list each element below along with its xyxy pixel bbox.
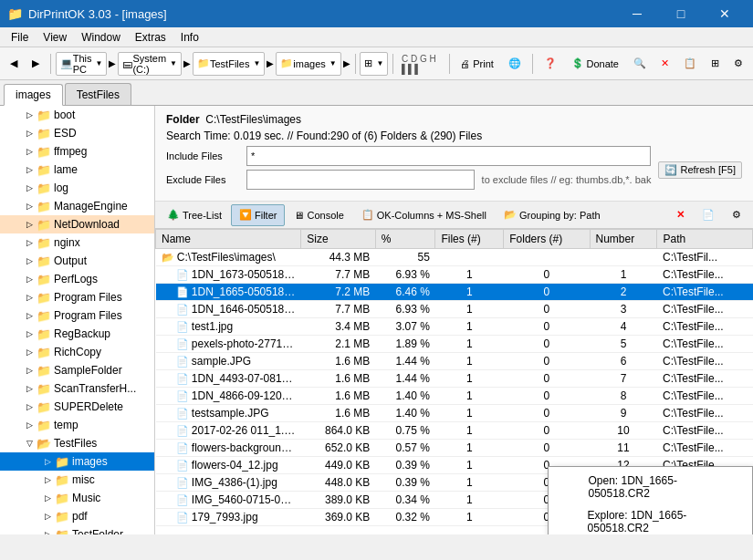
tree-item-programfiles2[interactable]: ▷ 📁 Program Files bbox=[0, 306, 154, 325]
refresh-button[interactable]: 🔄 Refresh [F5] bbox=[658, 161, 742, 179]
tree-item-testfolder[interactable]: ▷ 📁 TestFolder bbox=[0, 525, 154, 534]
expand-icon[interactable]: ▷ bbox=[22, 162, 37, 177]
expand-icon[interactable]: ▷ bbox=[22, 126, 37, 140]
table-row[interactable]: 📄 1DN_1673-050518.CR27.7 MB6.93 %101C:\T… bbox=[156, 266, 753, 284]
tree-item-music[interactable]: ▷ 📁 Music bbox=[0, 489, 154, 507]
table-row[interactable]: 📄 testsample.JPG1.6 MB1.40 %109C:\TestFi… bbox=[156, 405, 753, 422]
expand-icon[interactable]: ▷ bbox=[22, 181, 37, 195]
expand-icon[interactable]: ▷ bbox=[22, 217, 37, 232]
expand-icon[interactable]: ▷ bbox=[22, 290, 37, 305]
donate-button[interactable]: 💲 Donate bbox=[565, 51, 625, 77]
thispc-dropdown[interactable]: 💻 This PC ▼ bbox=[56, 52, 108, 76]
exclude-input[interactable] bbox=[246, 170, 475, 190]
tree-item-testfiles[interactable]: ▽ 📂 TestFiles bbox=[0, 434, 154, 452]
col-size[interactable]: Size bbox=[301, 230, 376, 249]
table-row[interactable]: 📄 sample.JPG1.6 MB1.44 %106C:\TestFile..… bbox=[156, 353, 753, 370]
col-number[interactable]: Number bbox=[590, 230, 657, 249]
tree-item-scantransfer[interactable]: ▷ 📁 ScanTransferH... bbox=[0, 379, 154, 398]
expand-icon[interactable]: ▷ bbox=[22, 327, 37, 341]
col-pct[interactable]: % bbox=[375, 230, 435, 249]
tree-item-richcopy[interactable]: ▷ 📁 RichCopy bbox=[0, 343, 154, 361]
menu-info[interactable]: Info bbox=[173, 29, 206, 46]
table-row[interactable]: 📄 1DN_4866-09-1206.JPG1.6 MB1.40 %108C:\… bbox=[156, 388, 753, 405]
settings-func-button[interactable]: ⚙ bbox=[724, 204, 749, 226]
ctx-explore[interactable]: Explore: 1DN_1665-050518.CR2 bbox=[549, 504, 752, 534]
expand-icon[interactable]: ▷ bbox=[22, 144, 37, 159]
expand-icon[interactable]: ▷ bbox=[22, 363, 37, 378]
grouping-button[interactable]: 📂 Grouping by: Path bbox=[496, 204, 609, 226]
delete-button[interactable]: ✕ bbox=[654, 51, 675, 77]
include-input[interactable] bbox=[246, 146, 651, 166]
tree-item-pdf[interactable]: ▷ 📁 pdf bbox=[0, 507, 154, 525]
copy-button[interactable]: 📋 bbox=[677, 51, 703, 77]
menu-extras[interactable]: Extras bbox=[128, 29, 173, 46]
console-button[interactable]: 🖥 Console bbox=[286, 204, 351, 226]
table-row[interactable]: 📄 flowers-background-butt...652.0 KB0.57… bbox=[156, 440, 753, 457]
expand-icon[interactable]: ▷ bbox=[22, 381, 37, 396]
tree-item-lame[interactable]: ▷ 📁 lame bbox=[0, 161, 154, 179]
minimize-button[interactable]: ─ bbox=[616, 0, 658, 27]
col-path[interactable]: Path bbox=[657, 230, 753, 249]
col-name[interactable]: Name bbox=[156, 230, 301, 249]
tree-item-temp[interactable]: ▷ 📁 temp bbox=[0, 416, 154, 434]
tree-item-misc[interactable]: ▷ 📁 misc bbox=[0, 471, 154, 489]
tree-item-samplefolder[interactable]: ▷ 📁 SampleFolder bbox=[0, 361, 154, 379]
expand-icon[interactable]: ▽ bbox=[22, 436, 37, 451]
tree-item-regbackup[interactable]: ▷ 📁 RegBackup bbox=[0, 325, 154, 343]
expand-icon[interactable]: ▷ bbox=[22, 254, 37, 268]
tree-item-output[interactable]: ▷ 📁 Output bbox=[0, 252, 154, 270]
tab-testfiles[interactable]: TestFiles bbox=[65, 83, 131, 105]
search-button[interactable]: 🔍 bbox=[627, 51, 653, 77]
table-row[interactable]: 📄 1DN_4493-07-0812.JPG1.6 MB1.44 %107C:\… bbox=[156, 370, 753, 388]
tree-item-esd[interactable]: ▷ 📁 ESD bbox=[0, 124, 154, 142]
tab-images[interactable]: images bbox=[4, 84, 63, 106]
expand-icon[interactable]: ▷ bbox=[40, 454, 55, 469]
tree-item-nginx[interactable]: ▷ 📁 nginx bbox=[0, 233, 154, 252]
close-x-button[interactable]: ✕ bbox=[668, 204, 693, 226]
tree-list-button[interactable]: 🌲 Tree-List bbox=[159, 204, 230, 226]
images-dropdown[interactable]: 📁 images ▼ bbox=[276, 52, 340, 76]
menu-window[interactable]: Window bbox=[74, 29, 128, 46]
expand-icon[interactable]: ▷ bbox=[22, 108, 37, 122]
expand-icon[interactable]: ▷ bbox=[22, 399, 37, 414]
expand-icon[interactable]: ▷ bbox=[22, 235, 37, 250]
table-row[interactable]: 📂 C:\TestFiles\images\44.3 MB55C:\TestFi… bbox=[156, 249, 753, 266]
expand-icon[interactable]: ▷ bbox=[40, 472, 55, 487]
tree-item-programfiles1[interactable]: ▷ 📁 Program Files bbox=[0, 288, 154, 306]
col-files[interactable]: Files (#) bbox=[435, 230, 504, 249]
expand-icon[interactable]: ▷ bbox=[22, 308, 37, 323]
table-row[interactable]: 📄 pexels-photo-27714_1.jpg2.1 MB1.89 %10… bbox=[156, 336, 753, 353]
tree-item-netdownload[interactable]: ▷ 📁 NetDownload bbox=[0, 215, 154, 233]
testfiles-dropdown[interactable]: 📁 TestFiles ▼ bbox=[193, 52, 265, 76]
expand-icon[interactable]: ▷ bbox=[22, 272, 37, 286]
tree-item-manageengine[interactable]: ▷ 📁 ManageEngine bbox=[0, 197, 154, 215]
ok-columns-button[interactable]: 📋 OK-Columns + MS-Shell bbox=[353, 204, 495, 226]
expand-icon[interactable]: ▷ bbox=[22, 418, 37, 432]
menu-view[interactable]: View bbox=[36, 29, 74, 46]
forward-button[interactable]: ▶ bbox=[26, 51, 46, 77]
col-folders[interactable]: Folders (#) bbox=[504, 230, 590, 249]
table-row[interactable]: 📄 test1.jpg3.4 MB3.07 %104C:\TestFile... bbox=[156, 318, 753, 336]
table-row[interactable]: 📄 2017-02-26 011_1.jpg864.0 KB0.75 %1010… bbox=[156, 422, 753, 440]
filter-button[interactable]: 🔽 Filter bbox=[231, 204, 285, 226]
table-row[interactable]: 📄 1DN_1665-050518.CR27.2 MB6.46 %102C:\T… bbox=[156, 284, 753, 301]
tree-item-ffmpeg[interactable]: ▷ 📁 ffmpeg bbox=[0, 142, 154, 161]
view-dropdown[interactable]: ⊞ ▼ bbox=[360, 52, 388, 76]
tree-item-superdelete[interactable]: ▷ 📁 SUPERDelete bbox=[0, 398, 154, 416]
tree-item-images[interactable]: ▷ 📁 images bbox=[0, 452, 154, 471]
print-button[interactable]: 🖨 Print bbox=[454, 51, 500, 77]
globe-button[interactable]: 🌐 bbox=[502, 51, 528, 77]
expand-icon[interactable]: ▷ bbox=[40, 491, 55, 505]
expand-icon[interactable]: ▷ bbox=[40, 509, 55, 524]
settings-button[interactable]: ⊞ bbox=[705, 51, 726, 77]
back-button[interactable]: ◀ bbox=[4, 51, 24, 77]
help-button[interactable]: ❓ bbox=[538, 51, 563, 77]
copy-func-button[interactable]: 📄 bbox=[694, 204, 723, 226]
expand-icon[interactable]: ▷ bbox=[22, 199, 37, 213]
maximize-button[interactable]: □ bbox=[660, 0, 702, 27]
extra-button[interactable]: ⚙ bbox=[727, 51, 749, 77]
expand-icon[interactable]: ▷ bbox=[40, 527, 55, 534]
tree-item-log[interactable]: ▷ 📁 log bbox=[0, 179, 154, 197]
tree-item-boot[interactable]: ▷ 📁 boot bbox=[0, 106, 154, 124]
table-row[interactable]: 📄 1DN_1646-050518.CR27.7 MB6.93 %103C:\T… bbox=[156, 301, 753, 318]
